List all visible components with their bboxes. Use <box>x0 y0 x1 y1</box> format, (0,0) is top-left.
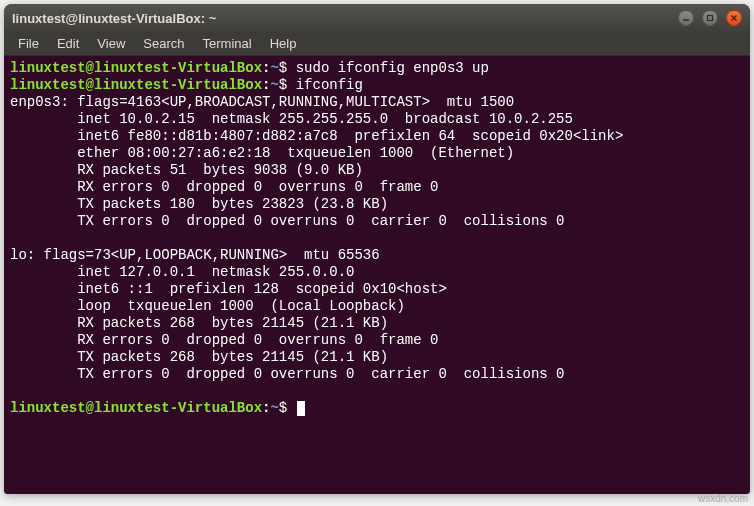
prompt-path: ~ <box>270 60 278 76</box>
output-line: RX errors 0 dropped 0 overruns 0 frame 0 <box>10 179 438 195</box>
terminal-window: linuxtest@linuxtest-VirtualBox: ~ File E… <box>4 4 750 494</box>
command-1: sudo ifconfig enp0s3 up <box>296 60 489 76</box>
output-line: TX errors 0 dropped 0 overruns 0 carrier… <box>10 366 565 382</box>
output-line: inet6 fe80::d81b:4807:d882:a7c8 prefixle… <box>10 128 623 144</box>
prompt-dollar: $ <box>279 60 287 76</box>
titlebar[interactable]: linuxtest@linuxtest-VirtualBox: ~ <box>4 4 750 32</box>
menu-file[interactable]: File <box>10 34 47 53</box>
cursor <box>297 401 305 416</box>
prompt-dollar: $ <box>279 77 287 93</box>
output-line: inet6 ::1 prefixlen 128 scopeid 0x10<hos… <box>10 281 447 297</box>
menu-view[interactable]: View <box>89 34 133 53</box>
close-button[interactable] <box>726 10 742 26</box>
prompt-path: ~ <box>270 400 278 416</box>
prompt-user: linuxtest@linuxtest-VirtualBox <box>10 60 262 76</box>
minimize-button[interactable] <box>678 10 694 26</box>
output-line: RX packets 51 bytes 9038 (9.0 KB) <box>10 162 363 178</box>
window-controls <box>678 10 742 26</box>
prompt-dollar: $ <box>279 400 287 416</box>
output-line: inet 127.0.0.1 netmask 255.0.0.0 <box>10 264 354 280</box>
output-line: RX packets 268 bytes 21145 (21.1 KB) <box>10 315 388 331</box>
prompt-user: linuxtest@linuxtest-VirtualBox <box>10 400 262 416</box>
terminal-area[interactable]: linuxtest@linuxtest-VirtualBox:~$ sudo i… <box>4 56 750 494</box>
output-line: TX packets 180 bytes 23823 (23.8 KB) <box>10 196 388 212</box>
output-line: inet 10.0.2.15 netmask 255.255.255.0 bro… <box>10 111 573 127</box>
output-line: RX errors 0 dropped 0 overruns 0 frame 0 <box>10 332 438 348</box>
menu-search[interactable]: Search <box>135 34 192 53</box>
maximize-button[interactable] <box>702 10 718 26</box>
svg-rect-1 <box>708 16 713 21</box>
menu-edit[interactable]: Edit <box>49 34 87 53</box>
menu-help[interactable]: Help <box>262 34 305 53</box>
prompt-path: ~ <box>270 77 278 93</box>
output-line: ether 08:00:27:a6:e2:18 txqueuelen 1000 … <box>10 145 514 161</box>
output-line: lo: flags=73<UP,LOOPBACK,RUNNING> mtu 65… <box>10 247 380 263</box>
prompt-user: linuxtest@linuxtest-VirtualBox <box>10 77 262 93</box>
output-line: loop txqueuelen 1000 (Local Loopback) <box>10 298 405 314</box>
output-line: TX packets 268 bytes 21145 (21.1 KB) <box>10 349 388 365</box>
menu-terminal[interactable]: Terminal <box>195 34 260 53</box>
menubar: File Edit View Search Terminal Help <box>4 32 750 56</box>
watermark: wsxdn.com <box>698 493 748 504</box>
window-title: linuxtest@linuxtest-VirtualBox: ~ <box>12 11 678 26</box>
output-line: TX errors 0 dropped 0 overruns 0 carrier… <box>10 213 565 229</box>
output-line: enp0s3: flags=4163<UP,BROADCAST,RUNNING,… <box>10 94 514 110</box>
command-2: ifconfig <box>296 77 363 93</box>
